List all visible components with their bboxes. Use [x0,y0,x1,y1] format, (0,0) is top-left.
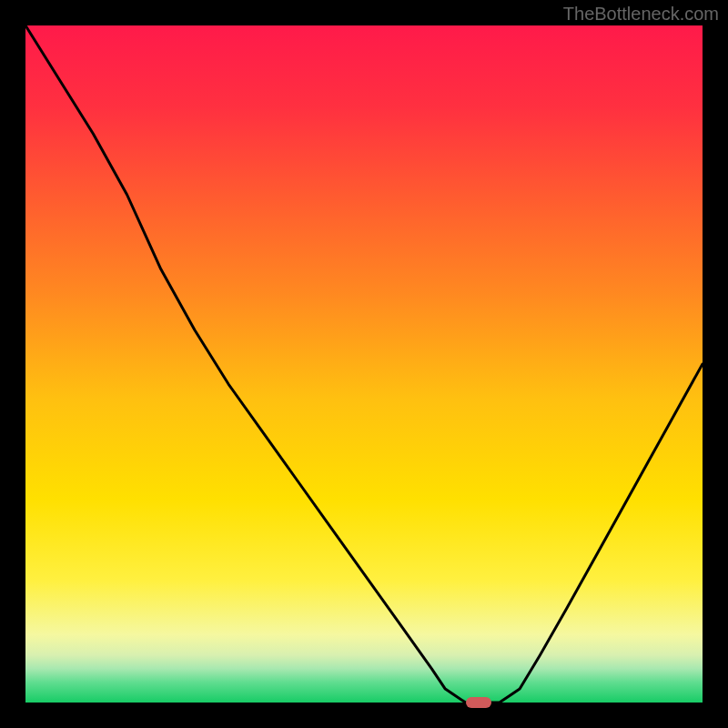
chart-frame [25,25,703,703]
watermark-text: TheBottleneck.com [563,4,719,25]
optimal-marker [466,697,491,708]
bottleneck-curve [25,25,703,703]
